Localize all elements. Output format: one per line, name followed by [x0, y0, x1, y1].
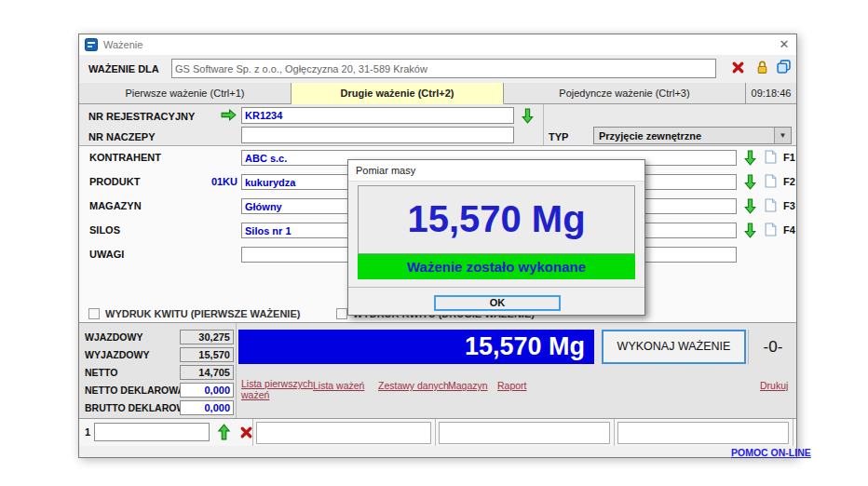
grid-cell[interactable]	[617, 422, 789, 444]
registration-input[interactable]	[241, 107, 514, 124]
window-title: Ważenie	[103, 39, 142, 50]
perform-weighing-button[interactable]: WYKONAJ WAŻENIE	[602, 330, 746, 364]
weighing-for-label: WAŻENIE DLA	[88, 63, 159, 74]
desktop: Ważenie ✕ WAŻENIE DLA Pierwsze ważenie (…	[0, 0, 868, 486]
ok-button[interactable]: OK	[434, 295, 561, 311]
tab-first-weighing[interactable]: Pierwsze ważenie (Ctrl+1)	[79, 83, 292, 104]
close-icon[interactable]: ✕	[772, 34, 796, 55]
row-input[interactable]	[94, 423, 210, 441]
copy-window-icon[interactable]	[777, 60, 791, 74]
panel-divider	[543, 104, 544, 145]
type-label: TYP	[549, 131, 568, 142]
link-print[interactable]: Drukuj	[760, 380, 788, 391]
grid-cell[interactable]	[256, 422, 431, 444]
row-index: 1	[85, 426, 90, 438]
arrow-down-icon[interactable]	[744, 150, 756, 166]
print-second-checkbox[interactable]	[336, 308, 347, 319]
type-select[interactable]: Przyjęcie zewnętrzne ▼	[593, 127, 792, 144]
document-icon[interactable]	[765, 174, 777, 188]
netto-label: NETTO	[85, 367, 117, 378]
wyjazdowy-label: WYJAZDOWY	[85, 349, 149, 360]
uwagi-label: UWAGI	[89, 249, 124, 260]
fkey-label: F2	[783, 176, 795, 187]
wjazdowy-label: WJAZDOWY	[85, 331, 142, 343]
clock-display: 09:18:46	[746, 83, 796, 104]
bottom-grid: 1	[79, 418, 796, 446]
tab-single-weighing[interactable]: Pojedyncze ważenie (Ctrl+3)	[504, 83, 746, 104]
online-help-link[interactable]: POMOC ON-LINE	[731, 447, 811, 458]
silos-label: SILOS	[89, 224, 120, 236]
weighing-tabs: Pierwsze ważenie (Ctrl+1) Drugie ważenie…	[79, 83, 796, 104]
app-icon	[85, 38, 98, 51]
weighing-window: Ważenie ✕ WAŻENIE DLA Pierwsze ważenie (…	[78, 34, 797, 458]
wyjazdowy-value: 15,570	[180, 347, 234, 362]
netto-deklarowane-input[interactable]: 0,000	[180, 383, 234, 398]
mass-display: 15,570 Mg	[238, 330, 594, 364]
link-report[interactable]: Raport	[497, 380, 527, 391]
grid-cell[interactable]	[439, 422, 610, 444]
fkey-label: F1	[783, 152, 795, 163]
magazyn-label: MAGAZYN	[89, 200, 142, 211]
window-titlebar: Ważenie ✕	[79, 34, 796, 56]
tab-second-weighing[interactable]: Drugie ważenie (Ctrl+2)	[292, 83, 504, 104]
arrow-down-icon[interactable]	[522, 108, 534, 124]
wjazdowy-value: 30,275	[180, 330, 234, 344]
mass-measurement-dialog: Pomiar masy 15,570 Mg Ważenie zostało wy…	[347, 159, 645, 316]
registration-label: NR REJESTRACYJNY	[88, 111, 195, 122]
delete-icon[interactable]	[731, 61, 745, 74]
chevron-down-icon: ▼	[774, 128, 791, 143]
produkt-code: 01KU	[189, 176, 237, 187]
dialog-separator	[348, 287, 644, 288]
grid-divider	[793, 419, 793, 446]
arrow-up-icon[interactable]	[217, 424, 231, 440]
print-first-checkbox[interactable]	[88, 308, 100, 319]
netto-value: 14,705	[180, 365, 234, 380]
dialog-mass-display: 15,570 Mg	[358, 185, 635, 254]
link-weighings-list[interactable]: Lista ważeń	[313, 380, 364, 391]
lock-icon[interactable]	[755, 60, 769, 74]
trailer-input[interactable]	[241, 127, 514, 143]
link-first-weighings-list[interactable]: Lista pierwszych ważeń	[241, 378, 314, 400]
status-bar: POMOC ON-LINE	[79, 446, 796, 458]
arrow-down-icon[interactable]	[744, 174, 756, 190]
summary-divider	[236, 323, 237, 418]
print-first-checkbox-label: WYDRUK KWITU (PIERWSZE WAŻENIE)	[105, 308, 300, 319]
grid-divider	[435, 419, 436, 446]
produkt-label: PRODUKT	[89, 176, 140, 187]
fkey-label: F4	[783, 224, 795, 236]
trailer-label: NR NACZEPY	[88, 131, 156, 142]
kontrahent-label: KONTRAHENT	[89, 152, 161, 163]
dialog-title: Pomiar masy	[356, 165, 415, 176]
arrow-down-icon[interactable]	[744, 223, 756, 238]
arrow-down-icon[interactable]	[744, 198, 756, 214]
zero-scale-button[interactable]: -0-	[748, 330, 797, 364]
weighing-done-status: Ważenie zostało wykonane	[358, 254, 635, 279]
link-warehouse[interactable]: Magazyn	[448, 380, 488, 391]
dialog-titlebar: Pomiar masy	[348, 160, 644, 182]
weights-summary-panel: WJAZDOWY 30,275 WYJAZDOWY 15,570 NETTO 1…	[79, 322, 796, 418]
brutto-deklarowane-input[interactable]: 0,000	[180, 400, 234, 415]
type-select-value: Przyjęcie zewnętrzne	[599, 130, 701, 142]
grid-divider	[614, 419, 615, 446]
document-icon[interactable]	[765, 150, 777, 164]
document-icon[interactable]	[765, 198, 777, 212]
delete-row-icon[interactable]	[239, 425, 253, 439]
arrow-right-icon	[221, 109, 237, 121]
document-icon[interactable]	[765, 223, 777, 236]
fkey-label: F3	[783, 200, 795, 211]
link-data-sets[interactable]: Zestawy danych	[378, 380, 449, 391]
weighing-for-input[interactable]	[171, 59, 716, 78]
